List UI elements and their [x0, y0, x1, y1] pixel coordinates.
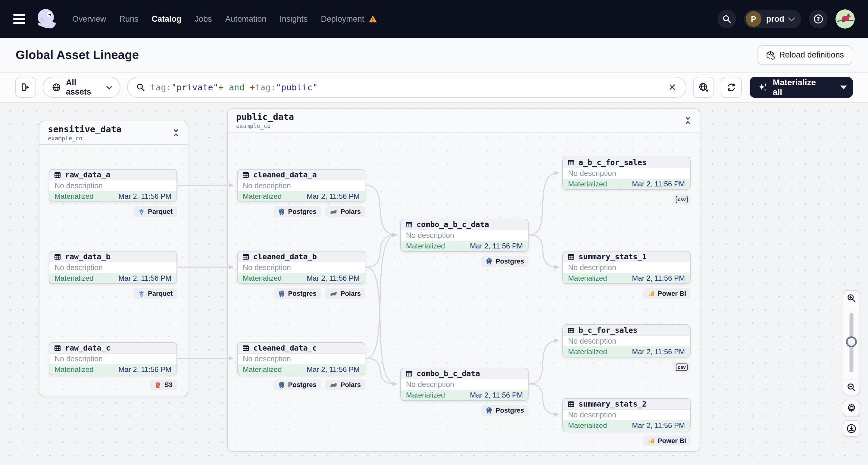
asset-kind-badges: Postgres	[400, 405, 529, 416]
asset-node-combo_a_b_c_data[interactable]: combo_a_b_c_dataNo descriptionMaterializ…	[400, 219, 529, 252]
table-icon	[405, 221, 413, 228]
asset-node-header: cleaned_data_a	[238, 169, 365, 180]
asset-status-row: MaterializedMar 2, 11:56 PM	[401, 390, 528, 400]
warning-icon	[368, 14, 377, 24]
asset-description: No description	[238, 353, 365, 364]
user-avatar[interactable]	[835, 9, 855, 29]
asset-status-row: MaterializedMar 2, 11:56 PM	[50, 191, 177, 202]
new-scope-button[interactable]	[693, 77, 714, 98]
menu-icon[interactable]	[13, 14, 27, 24]
asset-node-cleaned_data_b[interactable]: cleaned_data_bNo descriptionMaterialized…	[237, 251, 365, 284]
table-icon	[567, 159, 575, 166]
search-button[interactable]	[717, 10, 736, 28]
group-subtitle: example_co	[236, 123, 294, 129]
materialized-status: Materialized	[55, 274, 93, 282]
kind-badge-label: Power BI	[658, 437, 686, 445]
query-segment: and	[224, 83, 250, 92]
nav-item-catalog[interactable]: Catalog	[152, 14, 182, 24]
asset-filter-input[interactable]: tag:"private"+ and +tag:"public" ✕	[127, 77, 687, 98]
polars-icon	[330, 290, 338, 297]
asset-node-summary_stats_1[interactable]: summary_stats_1No descriptionMaterialize…	[562, 251, 691, 284]
collapse-group-button[interactable]	[685, 117, 691, 124]
asset-node-header: combo_b_c_data	[401, 368, 528, 379]
download-icon	[846, 424, 857, 434]
asset-kind-badges: Power BI	[562, 288, 691, 299]
nav-item-runs[interactable]: Runs	[120, 14, 138, 24]
collapse-group-button[interactable]	[173, 129, 179, 137]
kind-badge-label: Polars	[341, 208, 361, 216]
graph-settings-button[interactable]	[843, 400, 860, 416]
polars-icon	[330, 208, 338, 215]
reload-definitions-label: Reload definitions	[779, 50, 844, 60]
powerbi-icon	[648, 290, 655, 297]
nav-item-overview[interactable]: Overview	[72, 14, 106, 24]
nav-item-label: Deployment	[321, 14, 364, 24]
download-graph-button[interactable]	[843, 420, 860, 437]
asset-node-summary_stats_2[interactable]: summary_stats_2No descriptionMaterialize…	[562, 398, 691, 431]
asset-description: No description	[238, 262, 365, 273]
open-panel-button[interactable]	[15, 77, 36, 98]
nav-item-deployment[interactable]: Deployment	[321, 14, 377, 24]
asset-status-row: MaterializedMar 2, 11:56 PM	[50, 273, 177, 283]
lineage-canvas[interactable]: sensitive_dataexample_copublic_dataexamp…	[0, 103, 868, 465]
asset-node-combo_b_c_data[interactable]: combo_b_c_dataNo descriptionMaterialized…	[400, 368, 529, 401]
nav-item-label: Insights	[279, 14, 308, 24]
deployment-switcher[interactable]: P prod	[744, 10, 801, 28]
refresh-button[interactable]	[721, 77, 742, 98]
query-segment: +	[218, 83, 223, 92]
materialized-status: Materialized	[568, 274, 607, 282]
zoom-slider[interactable]	[843, 306, 860, 379]
postgres-icon	[486, 407, 493, 414]
asset-node-header: b_c_for_sales	[563, 325, 690, 336]
table-icon	[567, 327, 575, 334]
kind-badge-postgres: Postgres	[274, 288, 321, 299]
asset-kind-badges: csv	[562, 194, 691, 205]
asset-name: combo_a_b_c_data	[416, 220, 489, 229]
asset-node-header: combo_a_b_c_data	[401, 219, 528, 230]
materialized-timestamp: Mar 2, 11:56 PM	[307, 192, 360, 200]
asset-status-row: MaterializedMar 2, 11:56 PM	[563, 273, 690, 283]
asset-node-raw_data_a[interactable]: raw_data_aNo descriptionMaterializedMar …	[49, 169, 177, 202]
deployment-name: prod	[766, 14, 784, 24]
asset-kind-badges: PostgresPolars	[237, 379, 365, 390]
asset-name: a_b_c_for_sales	[579, 158, 647, 167]
asset-node-raw_data_c[interactable]: raw_data_cNo descriptionMaterializedMar …	[49, 342, 177, 375]
asset-node-cleaned_data_a[interactable]: cleaned_data_aNo descriptionMaterialized…	[237, 169, 365, 202]
postgres-icon	[486, 258, 493, 265]
asset-description: No description	[563, 168, 690, 179]
help-icon: ?	[813, 13, 824, 24]
asset-node-b_c_for_sales[interactable]: b_c_for_salesNo descriptionMaterializedM…	[562, 324, 691, 358]
asset-node-cleaned_data_c[interactable]: cleaned_data_cNo descriptionMaterialized…	[237, 342, 365, 375]
asset-status-row: MaterializedMar 2, 11:56 PM	[238, 273, 365, 283]
table-icon	[242, 172, 249, 179]
kind-badge-parquet: Parquet	[133, 206, 177, 217]
dagster-logo-icon[interactable]	[35, 7, 58, 31]
nav-item-insights[interactable]: Insights	[279, 14, 308, 24]
asset-scope-dropdown[interactable]: All assets	[43, 77, 121, 98]
asset-node-a_b_c_for_sales[interactable]: a_b_c_for_salesNo descriptionMaterialize…	[562, 157, 691, 190]
query-segment: "private"	[172, 83, 218, 92]
help-button[interactable]: ?	[809, 10, 828, 28]
materialized-timestamp: Mar 2, 11:56 PM	[632, 274, 685, 282]
materialized-status: Materialized	[568, 180, 607, 188]
materialized-status: Materialized	[406, 391, 445, 399]
nav-item-automation[interactable]: Automation	[225, 14, 267, 24]
materialized-status: Materialized	[243, 192, 282, 200]
zoom-in-button[interactable]	[843, 290, 860, 306]
title-bar: Global Asset Lineage Reload definitions	[0, 38, 868, 72]
asset-node-raw_data_b[interactable]: raw_data_bNo descriptionMaterializedMar …	[49, 251, 177, 284]
group-header: sensitive_dataexample_co	[39, 121, 188, 145]
nav-item-jobs[interactable]: Jobs	[195, 14, 212, 24]
materialize-options-button[interactable]	[834, 77, 853, 98]
zoom-slider-handle[interactable]	[846, 336, 857, 347]
powerbi-icon	[648, 438, 655, 444]
kind-badge-label: Postgres	[496, 407, 524, 414]
group-title: public_data	[236, 112, 294, 122]
zoom-out-button[interactable]	[843, 379, 860, 395]
materialized-status: Materialized	[55, 192, 93, 200]
clear-filter-button[interactable]: ✕	[667, 82, 677, 93]
asset-name: summary_stats_1	[579, 252, 647, 261]
materialize-all-button[interactable]: Materialize all	[750, 77, 834, 98]
table-icon	[242, 344, 249, 352]
reload-definitions-button[interactable]: Reload definitions	[757, 45, 852, 65]
